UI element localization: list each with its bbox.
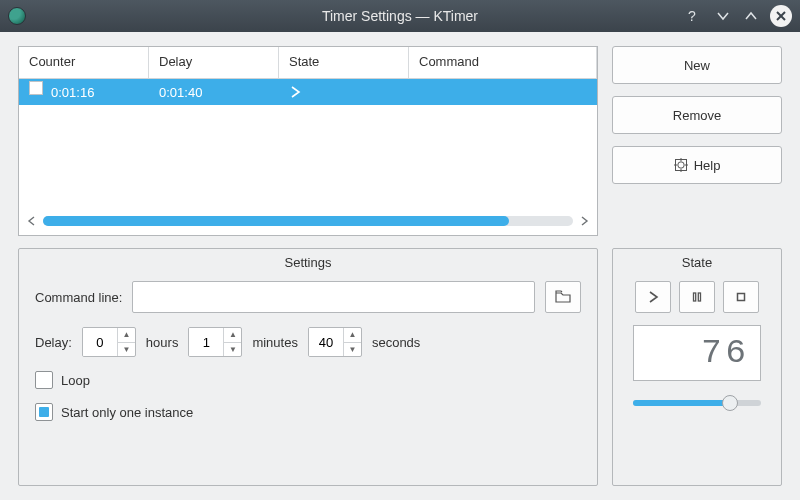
svg-point-4 <box>677 162 683 168</box>
slider-fill <box>633 400 730 406</box>
hours-spinbox[interactable]: ▲▼ <box>82 327 136 357</box>
table-body: 0:01:16 0:01:40 <box>19 79 597 211</box>
hours-input[interactable] <box>83 328 117 356</box>
seconds-up-icon[interactable]: ▲ <box>344 328 361 343</box>
remove-button[interactable]: Remove <box>612 96 782 134</box>
scroll-track[interactable] <box>43 216 573 226</box>
new-button-label: New <box>684 58 710 73</box>
help-button-label: Help <box>694 158 721 173</box>
progress-slider[interactable] <box>633 393 761 413</box>
pause-icon <box>691 291 703 303</box>
th-counter[interactable]: Counter <box>19 47 149 78</box>
stop-icon <box>735 291 747 303</box>
close-icon[interactable] <box>770 5 792 27</box>
single-instance-checkbox[interactable] <box>35 403 53 421</box>
table-row[interactable]: 0:01:16 0:01:40 <box>19 79 597 105</box>
help-hint-icon[interactable]: ? <box>686 7 704 25</box>
bottom-row: Settings Command line: Delay: ▲▼ <box>18 248 782 486</box>
th-delay[interactable]: Delay <box>149 47 279 78</box>
minutes-label: minutes <box>252 335 298 350</box>
svg-rect-10 <box>698 293 700 301</box>
cell-counter: 0:01:16 <box>41 85 149 100</box>
svg-rect-11 <box>738 294 745 301</box>
delay-label: Delay: <box>35 335 72 350</box>
pause-button[interactable] <box>679 281 715 313</box>
slider-track[interactable] <box>633 400 761 406</box>
svg-text:?: ? <box>688 9 696 23</box>
loop-label: Loop <box>61 373 90 388</box>
timer-table: Counter Delay State Command 0:01:16 0:01… <box>18 46 598 236</box>
hours-label: hours <box>146 335 179 350</box>
seconds-spinbox[interactable]: ▲▼ <box>308 327 362 357</box>
horizontal-scrollbar[interactable] <box>19 211 597 235</box>
browse-button[interactable] <box>545 281 581 313</box>
minutes-spinbox[interactable]: ▲▼ <box>188 327 242 357</box>
seconds-input[interactable] <box>309 328 343 356</box>
command-line-label: Command line: <box>35 290 122 305</box>
minutes-input[interactable] <box>189 328 223 356</box>
minimize-icon[interactable] <box>714 7 732 25</box>
hours-up-icon[interactable]: ▲ <box>118 328 135 343</box>
app-icon <box>8 7 26 25</box>
cell-delay: 0:01:40 <box>149 85 279 100</box>
help-icon <box>674 158 688 172</box>
folder-icon <box>555 290 571 304</box>
command-line-input[interactable] <box>132 281 535 313</box>
start-button[interactable] <box>635 281 671 313</box>
content-area: Counter Delay State Command 0:01:16 0:01… <box>0 32 800 500</box>
state-buttons <box>635 281 759 313</box>
th-state[interactable]: State <box>279 47 409 78</box>
svg-rect-3 <box>675 160 686 171</box>
window: Timer Settings — KTimer ? Counter Delay <box>0 0 800 500</box>
scroll-right-icon[interactable] <box>579 216 589 226</box>
loop-row: Loop <box>35 371 581 389</box>
settings-group: Settings Command line: Delay: ▲▼ <box>18 248 598 486</box>
minutes-down-icon[interactable]: ▼ <box>224 343 241 357</box>
new-button[interactable]: New <box>612 46 782 84</box>
seconds-down-icon[interactable]: ▼ <box>344 343 361 357</box>
window-title: Timer Settings — KTimer <box>0 8 800 24</box>
seconds-label: seconds <box>372 335 420 350</box>
state-legend: State <box>613 255 781 270</box>
scroll-thumb[interactable] <box>43 216 509 226</box>
row-checkbox-cell[interactable] <box>19 89 41 95</box>
th-command[interactable]: Command <box>409 47 597 78</box>
single-instance-row: Start only one instance <box>35 403 581 421</box>
help-button[interactable]: Help <box>612 146 782 184</box>
action-buttons: New Remove Help <box>612 46 782 236</box>
remove-button-label: Remove <box>673 108 721 123</box>
settings-legend: Settings <box>19 255 597 270</box>
countdown-display: 76 <box>633 325 761 381</box>
svg-rect-9 <box>694 293 696 301</box>
state-group: State 76 <box>612 248 782 486</box>
single-instance-label: Start only one instance <box>61 405 193 420</box>
slider-thumb[interactable] <box>722 395 738 411</box>
hours-down-icon[interactable]: ▼ <box>118 343 135 357</box>
play-icon <box>647 291 659 303</box>
command-line-row: Command line: <box>35 281 581 313</box>
top-row: Counter Delay State Command 0:01:16 0:01… <box>18 46 782 236</box>
scroll-left-icon[interactable] <box>27 216 37 226</box>
play-icon <box>289 86 301 98</box>
cell-state <box>279 86 409 98</box>
loop-checkbox[interactable] <box>35 371 53 389</box>
table-header: Counter Delay State Command <box>19 47 597 79</box>
minutes-up-icon[interactable]: ▲ <box>224 328 241 343</box>
window-controls: ? <box>686 5 792 27</box>
delay-row: Delay: ▲▼ hours ▲▼ minutes ▲▼ <box>35 327 581 357</box>
maximize-icon[interactable] <box>742 7 760 25</box>
stop-button[interactable] <box>723 281 759 313</box>
titlebar[interactable]: Timer Settings — KTimer ? <box>0 0 800 32</box>
